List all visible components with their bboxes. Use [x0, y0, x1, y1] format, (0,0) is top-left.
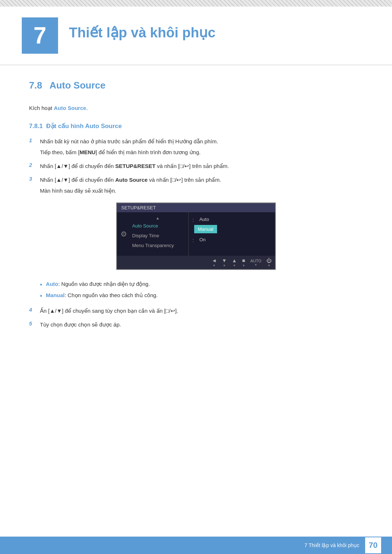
section-number: 7.8 — [29, 80, 42, 91]
step-5-number: 5 — [29, 320, 40, 327]
bottom-icon-auto: AUTO ▼ — [250, 259, 261, 267]
bullet-dot-manual: • — [40, 292, 42, 300]
content-area: 7.8 Auto Source Kích hoạt Auto Source. 7… — [0, 80, 392, 363]
menu-content: ⚙ ▲ Auto Source Display Time Menu Transp… — [117, 212, 275, 256]
option-auto: Auto — [196, 215, 213, 223]
subsection-number: 7.8.1 — [29, 123, 43, 130]
menu-left-panel: ▲ Auto Source Display Time Menu Transpar… — [127, 212, 189, 256]
auto-sub: ▼ — [254, 263, 257, 267]
back-label: ▼ — [213, 264, 216, 267]
steps-list-continued: 4 Ấn [▲/▼] để chuyển sang tùy chọn bạn c… — [29, 307, 363, 329]
decorative-stripe — [0, 0, 392, 7]
step-2-number: 2 — [29, 162, 40, 168]
option-on: On — [196, 235, 209, 244]
menu-item-menu-transparency: Menu Transparency — [127, 241, 188, 250]
menu-bottom-bar: ◄ ▼ ▼ ▼ ▲ ▼ ■ ▼ AUTO ▼ — [117, 256, 275, 269]
monitor-screenshot: SETUP&RESET ⚙ ▲ Auto Source Display Time… — [116, 202, 276, 270]
monitor-inner: SETUP&RESET ⚙ ▲ Auto Source Display Time… — [117, 203, 275, 269]
bottom-icon-down: ▼ ▼ — [222, 258, 227, 267]
step-2: 2 Nhấn [▲/▼] để di chuyển đến SETUP&RESE… — [29, 162, 363, 171]
intro-prefix: Kích hoạt — [29, 105, 54, 111]
step-1-main: Nhấn bất kỳ nút nào ở phía trước sản phẩ… — [40, 138, 218, 144]
subsection-title: Đặt cấu hình Auto Source — [46, 123, 122, 130]
step-3-sub: Màn hình sau đây sẽ xuất hiện. — [40, 186, 363, 195]
bottom-icon-confirm: ■ ▼ — [242, 258, 245, 267]
step-3-content: Nhấn [▲/▼] để di chuyển đến Auto Source … — [40, 176, 363, 195]
bottom-icon-back: ◄ ▼ — [212, 258, 217, 267]
menu-title-bar: SETUP&RESET — [117, 203, 275, 212]
bullet-dot-auto: • — [40, 281, 42, 289]
intro-paragraph: Kích hoạt Auto Source. — [29, 105, 363, 111]
menu-arrow-up: ▲ — [127, 215, 188, 221]
step-3-main: Nhấn [▲/▼] để di chuyển đến Auto Source … — [40, 177, 221, 183]
power-label: ▼ — [268, 264, 271, 267]
subsection-heading: 7.8.1 Đặt cấu hình Auto Source — [29, 122, 363, 130]
bullet-list: • Auto: Nguồn vào được nhận diện tự động… — [40, 281, 363, 301]
option-colon-3: : — [192, 237, 194, 243]
down-icon: ▼ — [222, 258, 227, 263]
footer-page-number: 70 — [365, 537, 381, 553]
step-5-main: Tùy chọn được chọn sẽ được áp. — [40, 321, 121, 328]
chapter-header: 7 Thiết lập và khôi phục — [0, 7, 392, 65]
menu-item-display-time: Display Time — [127, 231, 188, 241]
step-3: 3 Nhấn [▲/▼] để di chuyển đến Auto Sourc… — [29, 176, 363, 195]
step-1: 1 Nhấn bất kỳ nút nào ở phía trước sản p… — [29, 137, 363, 157]
step-5-content: Tùy chọn được chọn sẽ được áp. — [40, 320, 363, 329]
menu-item-auto-source: Auto Source — [127, 221, 188, 231]
section-title: Auto Source — [49, 80, 106, 91]
bottom-icon-up: ▲ ▼ — [232, 258, 237, 267]
option-colon-1: : — [192, 217, 194, 223]
step-4: 4 Ấn [▲/▼] để chuyển sang tùy chọn bạn c… — [29, 307, 363, 315]
menu-right-panel: : Auto Manual : On — [189, 212, 275, 256]
chapter-title: Thiết lập và khôi phục — [69, 17, 216, 41]
page-footer: 7 Thiết lập và khôi phục 70 — [0, 537, 392, 554]
confirm-icon: ■ — [242, 258, 245, 263]
back-icon: ◄ — [212, 258, 217, 263]
confirm-label: ▼ — [242, 264, 245, 267]
gear-icon: ⚙ — [121, 230, 127, 238]
bullet-manual-text: Manual: Chọn nguồn vào theo cách thủ côn… — [46, 292, 158, 299]
step-1-number: 1 — [29, 137, 40, 143]
step-4-main: Ấn [▲/▼] để chuyển sang tùy chọn bạn cần… — [40, 308, 178, 314]
step-1-sub: Tiếp theo, bấm [MENU] để hiển thị màn hì… — [40, 148, 363, 157]
step-1-content: Nhấn bất kỳ nút nào ở phía trước sản phẩ… — [40, 137, 363, 157]
power-icon: ⏻ — [266, 258, 271, 263]
intro-highlight: Auto Source — [54, 105, 86, 111]
bottom-icon-power: ⏻ ▼ — [266, 258, 271, 267]
bullet-item-manual: • Manual: Chọn nguồn vào theo cách thủ c… — [40, 292, 363, 300]
down-label: ▼ — [222, 264, 226, 267]
step-5: 5 Tùy chọn được chọn sẽ được áp. — [29, 320, 363, 329]
footer-chapter-text: 7 Thiết lập và khôi phục — [305, 542, 359, 548]
steps-list: 1 Nhấn bất kỳ nút nào ở phía trước sản p… — [29, 137, 363, 195]
step-4-number: 4 — [29, 307, 40, 313]
intro-suffix: . — [86, 105, 87, 111]
auto-label: AUTO — [250, 259, 261, 263]
bullet-auto-text: Auto: Nguồn vào được nhận diện tự động. — [46, 281, 150, 287]
up-icon: ▲ — [232, 258, 237, 263]
step-3-number: 3 — [29, 176, 40, 182]
step-2-main: Nhấn [▲/▼] để di chuyển đến SETUP&RESET … — [40, 163, 229, 169]
step-2-content: Nhấn [▲/▼] để di chuyển đến SETUP&RESET … — [40, 162, 363, 171]
up-label: ▼ — [233, 264, 236, 267]
option-manual: Manual — [194, 225, 217, 233]
chapter-number: 7 — [22, 17, 58, 54]
bullet-item-auto: • Auto: Nguồn vào được nhận diện tự động… — [40, 281, 363, 289]
step-4-content: Ấn [▲/▼] để chuyển sang tùy chọn bạn cần… — [40, 307, 363, 315]
